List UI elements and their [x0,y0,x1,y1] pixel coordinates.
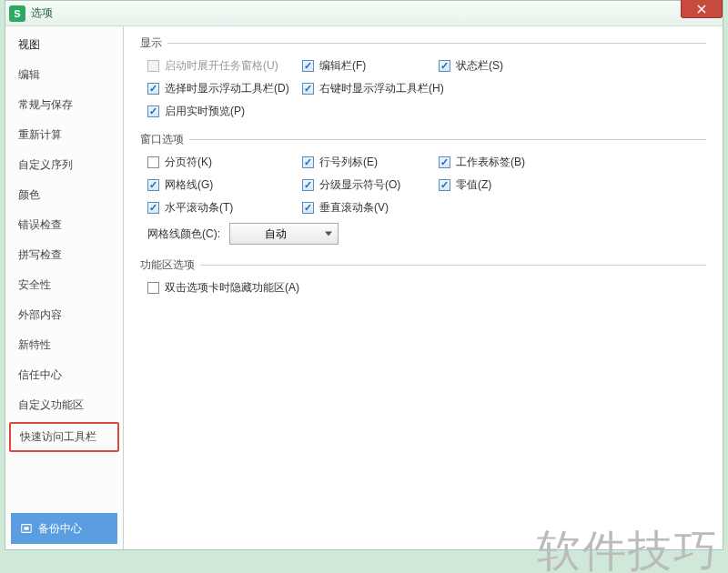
titlebar: S 选项 [5,1,723,26]
options-window: S 选项 视图 编辑 常规与保存 重新计算 自定义序列 颜色 错误检查 拼写检查… [5,0,723,550]
sidebar-item-label: 编辑 [18,68,40,81]
sidebar-item-label: 重新计算 [18,128,62,141]
sidebar-item-label: 自定义功能区 [18,398,84,411]
sidebar-item-recalc[interactable]: 重新计算 [5,120,123,150]
sidebar-item-customseq[interactable]: 自定义序列 [5,150,123,180]
sidebar-item-view[interactable]: 视图 [5,30,123,60]
group-title: 显示 [140,35,162,51]
checkbox-statusbar[interactable] [439,60,450,72]
sidebar-item-spellcheck[interactable]: 拼写检查 [5,240,123,270]
checkbox-label: 分页符(K) [165,155,212,170]
checkbox-label: 分级显示符号(O) [319,177,400,193]
body: 视图 编辑 常规与保存 重新计算 自定义序列 颜色 错误检查 拼写检查 安全性 … [5,26,723,549]
backup-center-button[interactable]: 备份中心 [11,513,117,544]
checkbox-label: 启动时展开任务窗格(U) [165,58,278,74]
sidebar-item-label: 快速访问工具栏 [20,430,96,443]
checkbox-label: 编辑栏(F) [319,58,366,74]
sidebar-item-label: 外部内容 [18,308,62,321]
close-button[interactable] [681,0,723,18]
sidebar-list: 视图 编辑 常规与保存 重新计算 自定义序列 颜色 错误检查 拼写检查 安全性 … [5,26,123,508]
sidebar-item-external[interactable]: 外部内容 [5,300,123,330]
group-title: 功能区选项 [140,257,195,273]
group-window-options: 窗口选项 分页符(K) 行号列标(E) 工作表标签(B) 网格线(G) 分级显示… [140,132,706,245]
sidebar-item-newfeature[interactable]: 新特性 [5,330,123,360]
close-icon [697,5,706,14]
group-ribbon-options: 功能区选项 双击选项卡时隐藏功能区(A) [140,257,706,296]
checkbox-live-preview[interactable] [147,106,159,117]
checkbox-label: 网格线(G) [165,177,213,193]
sidebar: 视图 编辑 常规与保存 重新计算 自定义序列 颜色 错误检查 拼写检查 安全性 … [5,26,124,549]
checkbox-dblclick-hide-ribbon[interactable] [147,282,159,294]
checkbox-gridlines[interactable] [147,179,159,191]
checkbox-label: 行号列标(E) [319,155,378,170]
sidebar-item-label: 信任中心 [18,368,62,381]
backup-label: 备份中心 [38,521,82,537]
group-header-ribbon: 功能区选项 [140,257,706,273]
sidebar-item-label: 常规与保存 [18,98,73,111]
checkbox-label: 状态栏(S) [456,58,503,74]
divider [200,265,706,266]
checkbox-rightclick-float-toolbar[interactable] [302,83,314,95]
svg-rect-1 [24,527,28,530]
window-title: 选项 [31,5,53,21]
sidebar-item-edit[interactable]: 编辑 [5,60,123,90]
sidebar-item-label: 自定义序列 [18,158,73,171]
group-header-winopt: 窗口选项 [140,132,706,147]
checkbox-label: 双击选项卡时隐藏功能区(A) [165,280,299,296]
checkbox-pagebreak[interactable] [147,156,159,168]
sidebar-item-trustcenter[interactable]: 信任中心 [5,360,123,390]
app-icon: S [9,5,25,22]
dropdown-value: 自动 [265,226,287,242]
checkbox-label: 选择时显示浮动工具栏(D) [165,81,289,96]
checkbox-label: 垂直滚动条(V) [319,200,389,216]
sidebar-item-label: 错误检查 [18,218,62,231]
sidebar-item-color[interactable]: 颜色 [5,180,123,210]
sidebar-item-errorcheck[interactable]: 错误检查 [5,210,123,240]
backup-icon [20,522,33,535]
sidebar-item-customribbon[interactable]: 自定义功能区 [5,390,123,420]
checkbox-label: 右键时显示浮动工具栏(H) [319,81,444,96]
checkbox-rowcol-headers[interactable] [302,156,314,168]
checkbox-label: 启用实时预览(P) [165,104,245,119]
sidebar-item-security[interactable]: 安全性 [5,270,123,300]
sidebar-item-general[interactable]: 常规与保存 [5,90,123,120]
divider [189,139,706,140]
checkbox-hscrollbar[interactable] [147,202,159,214]
group-header-display: 显示 [140,35,706,51]
checkbox-label: 工作表标签(B) [456,155,525,170]
checkbox-startup-taskpane [147,60,159,72]
sidebar-item-label: 安全性 [18,278,51,291]
gridline-color-dropdown[interactable]: 自动 [229,223,339,245]
checkbox-sheet-tabs[interactable] [439,156,450,168]
sidebar-item-label: 新特性 [18,338,51,351]
checkbox-outline-symbols[interactable] [302,179,314,191]
sidebar-item-label: 拼写检查 [18,248,62,261]
checkbox-label: 水平滚动条(T) [165,200,233,216]
sidebar-item-label: 颜色 [18,188,40,201]
checkbox-editbar[interactable] [302,60,314,72]
group-title: 窗口选项 [140,132,184,147]
sidebar-item-quickaccess[interactable]: 快速访问工具栏 [9,422,119,452]
gridline-color-label: 网格线颜色(C): [147,226,220,242]
checkbox-vscrollbar[interactable] [302,202,314,214]
checkbox-zero-values[interactable] [439,179,450,191]
checkbox-label: 零值(Z) [456,177,491,193]
checkbox-select-float-toolbar[interactable] [147,83,159,95]
group-display: 显示 启动时展开任务窗格(U) 编辑栏(F) 状态栏(S) 选择时显示浮动工具栏… [140,35,706,119]
sidebar-item-label: 视图 [18,38,40,51]
content-panel: 显示 启动时展开任务窗格(U) 编辑栏(F) 状态栏(S) 选择时显示浮动工具栏… [124,26,723,549]
divider [167,43,706,44]
